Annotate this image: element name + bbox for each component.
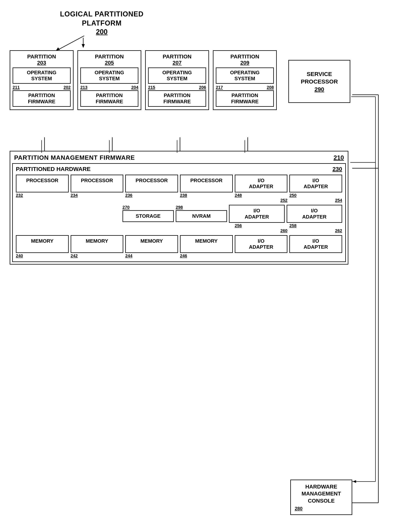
io-adapter-bottom2: I/OADAPTER [289, 235, 342, 253]
partition-209-os-label: OPERATINGSYSTEM [218, 70, 272, 82]
partition-209-title: PARTITION [216, 54, 274, 60]
partition-203: PARTITION 203 OPERATINGSYSTEM 211 202 PA… [10, 50, 74, 110]
io-refs-col2: 250 254 [289, 193, 342, 203]
partition-205: PARTITION 205 OPERATINGSYSTEM 213 204 PA… [78, 50, 141, 110]
memory-246: MEMORY [180, 235, 233, 253]
ref-298-label: 298 [176, 205, 227, 210]
partition-203-title: PARTITION [13, 54, 71, 60]
ref-250: 250 [289, 193, 342, 198]
storage-col: 270 STORAGE [122, 205, 174, 223]
ref-262: 262 [289, 228, 342, 233]
partition-203-fw-label: PARTITIONFIRMWARE [15, 92, 69, 104]
top-label: LOGICAL PARTITIONEDPLATFORM 200 [60, 10, 144, 36]
io-mid-refs-col2: 258 262 [289, 223, 342, 233]
middle-refs-row: 256 260 258 262 [16, 223, 342, 233]
pmf-header: PARTITION MANAGEMENT FIRMWARE 210 [10, 152, 348, 161]
partition-207-fw: PARTITIONFIRMWARE [148, 90, 206, 106]
sp-title: SERVICEPROCESSOR [292, 70, 347, 85]
partition-209-fw-ref: 208 [267, 85, 274, 90]
partition-203-os-refs: 211 202 [13, 85, 71, 90]
processor-238: PROCESSOR [180, 175, 233, 192]
io-adapter-mid2: I/OADAPTER [287, 205, 342, 223]
partition-209: PARTITION 209 OPERATINGSYSTEM 217 208 PA… [213, 50, 277, 110]
partition-205-os-ref: 213 [80, 85, 88, 90]
sp-ref: 290 [292, 86, 347, 93]
io-adapter-bottom1: I/OADAPTER [235, 235, 288, 253]
processor-234: PROCESSOR [71, 175, 123, 192]
memory-240: MEMORY [16, 235, 69, 253]
partition-207-os-refs: 215 206 [148, 85, 206, 90]
processor-refs-row: 232 234 236 238 248 252 250 254 [16, 193, 342, 203]
partition-205-title: PARTITION [80, 54, 138, 60]
partition-203-fw: PARTITIONFIRMWARE [13, 90, 71, 106]
ref-232: 232 [16, 193, 69, 203]
platform-ref: 200 [60, 28, 144, 36]
ref-258: 258 [289, 223, 342, 228]
io-adapter-mid1: I/OADAPTER [229, 205, 285, 223]
partition-205-os: OPERATINGSYSTEM [80, 67, 138, 84]
processors-row: PROCESSOR PROCESSOR PROCESSOR PROCESSOR … [16, 175, 342, 192]
partition-207-num: 207 [148, 60, 206, 66]
pmf-ref: 210 [334, 154, 344, 161]
processor-232: PROCESSOR [16, 175, 69, 192]
hmc-ref-row: 280 [295, 506, 348, 511]
partition-209-os-ref: 217 [216, 85, 223, 90]
svg-marker-16 [56, 48, 60, 50]
ref-234: 234 [71, 193, 123, 203]
io-bot-refs-col2 [289, 253, 342, 258]
io-mid-refs-col1: 256 260 [235, 223, 288, 233]
memory-row: MEMORY MEMORY MEMORY MEMORY I/OADAPTER I… [16, 235, 342, 253]
ref-256: 256 [235, 223, 288, 228]
ref-236: 236 [125, 193, 178, 203]
middle-row: 270 STORAGE 298 NVRAM I/OADAPTER I/OADAP… [16, 205, 342, 223]
partition-209-os-refs: 217 208 [216, 85, 274, 90]
ref-238: 238 [180, 193, 233, 203]
memory-244: MEMORY [125, 235, 178, 253]
ph-ref: 230 [333, 166, 342, 172]
partition-205-fw-ref: 204 [131, 85, 138, 90]
partition-205-fw: PARTITIONFIRMWARE [80, 90, 138, 106]
ref-242: 242 [71, 253, 123, 258]
partition-209-os: OPERATINGSYSTEM [216, 67, 274, 84]
partition-207-fw-label: PARTITIONFIRMWARE [150, 92, 204, 104]
ref-246: 246 [180, 253, 233, 258]
svg-marker-1 [82, 44, 85, 48]
partition-203-fw-ref: 202 [63, 85, 71, 90]
memory-refs-row: 240 242 244 246 [16, 253, 342, 258]
io-adapter-250: I/OADAPTER [289, 175, 342, 192]
spacer-ref-2 [71, 223, 123, 233]
hmc-ref: 280 [295, 506, 303, 511]
ref-248: 248 [235, 193, 288, 198]
partition-207-title: PARTITION [148, 54, 206, 60]
io-bot-refs-col1 [235, 253, 288, 258]
nvram-box: NVRAM [176, 210, 227, 222]
partition-207-os-label: OPERATINGSYSTEM [150, 70, 204, 82]
svg-line-15 [57, 36, 84, 50]
ref-240: 240 [16, 253, 69, 258]
ref-252: 252 [235, 198, 288, 203]
ref-270-label: 270 [122, 205, 174, 210]
nvram-col: 298 NVRAM [176, 205, 227, 223]
partition-205-os-refs: 213 204 [80, 85, 138, 90]
platform-title: LOGICAL PARTITIONEDPLATFORM [60, 10, 144, 28]
ref-244: 244 [125, 253, 178, 258]
partition-209-num: 209 [216, 60, 274, 66]
hmc-title: HARDWAREMANAGEMENTCONSOLE [295, 483, 348, 504]
spacer-ref-3 [125, 223, 178, 233]
partition-209-fw: PARTITIONFIRMWARE [216, 90, 274, 106]
processor-236: PROCESSOR [125, 175, 178, 192]
ref-260: 260 [235, 228, 288, 233]
ph-container: PARTITIONED HARDWARE 230 PROCESSOR PROCE… [12, 163, 346, 262]
spacer-ref-1 [16, 223, 69, 233]
ph-title: PARTITIONED HARDWARE [16, 166, 91, 172]
partition-207-os-ref: 215 [148, 85, 155, 90]
ref-254: 254 [289, 198, 342, 203]
partition-205-fw-label: PARTITIONFIRMWARE [82, 92, 136, 104]
spacer-ref-4 [180, 223, 233, 233]
io-refs-col1: 248 252 [235, 193, 288, 203]
partition-203-num: 203 [13, 60, 71, 66]
partition-207-fw-ref: 206 [199, 85, 206, 90]
svg-marker-26 [353, 480, 356, 483]
partition-205-num: 205 [80, 60, 138, 66]
storage-box: STORAGE [122, 210, 174, 222]
